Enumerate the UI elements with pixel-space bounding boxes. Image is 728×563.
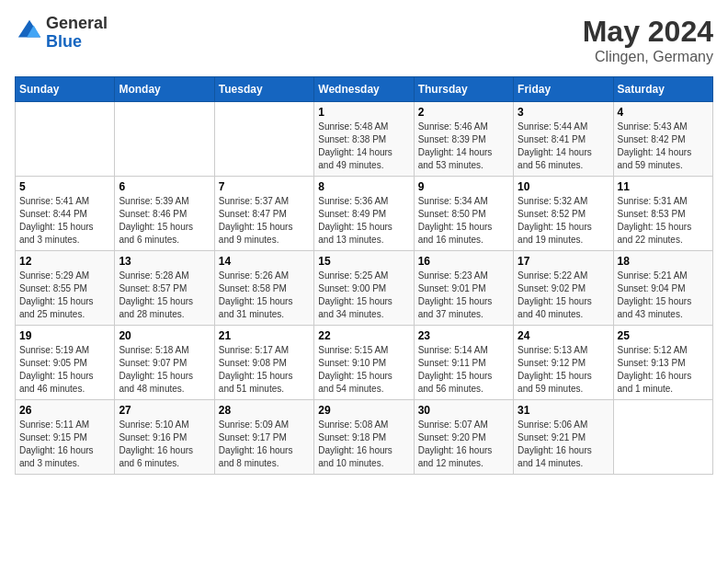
day-number: 12: [19, 255, 110, 268]
calendar-cell: 1Sunrise: 5:48 AMSunset: 8:38 PMDaylight…: [314, 102, 414, 177]
day-number: 27: [119, 404, 210, 417]
day-info: Sunrise: 5:41 AMSunset: 8:44 PMDaylight:…: [19, 195, 110, 247]
day-info: Sunrise: 5:06 AMSunset: 9:21 PMDaylight:…: [518, 419, 609, 470]
day-info: Sunrise: 5:36 AMSunset: 8:49 PMDaylight:…: [318, 195, 409, 247]
header-day-friday: Friday: [514, 77, 613, 102]
calendar-cell: [613, 400, 712, 475]
calendar-header-row: SundayMondayTuesdayWednesdayThursdayFrid…: [16, 77, 713, 102]
day-number: 22: [318, 329, 409, 342]
calendar-cell: 30Sunrise: 5:07 AMSunset: 9:20 PMDayligh…: [414, 400, 513, 475]
day-info: Sunrise: 5:07 AMSunset: 9:20 PMDaylight:…: [418, 419, 509, 470]
day-number: 9: [418, 180, 509, 193]
header-day-wednesday: Wednesday: [314, 77, 414, 102]
calendar-cell: 31Sunrise: 5:06 AMSunset: 9:21 PMDayligh…: [514, 400, 613, 475]
day-info: Sunrise: 5:48 AMSunset: 8:38 PMDaylight:…: [318, 121, 409, 172]
calendar-week-4: 19Sunrise: 5:19 AMSunset: 9:05 PMDayligh…: [16, 326, 713, 400]
day-info: Sunrise: 5:23 AMSunset: 9:01 PMDaylight:…: [418, 270, 509, 321]
calendar-cell: 21Sunrise: 5:17 AMSunset: 9:08 PMDayligh…: [214, 326, 313, 400]
calendar-cell: 5Sunrise: 5:41 AMSunset: 8:44 PMDaylight…: [16, 177, 115, 251]
calendar-cell: 24Sunrise: 5:13 AMSunset: 9:12 PMDayligh…: [514, 326, 613, 400]
calendar-cell: 22Sunrise: 5:15 AMSunset: 9:10 PMDayligh…: [314, 326, 414, 400]
day-number: 19: [19, 329, 110, 342]
calendar-cell: 18Sunrise: 5:21 AMSunset: 9:04 PMDayligh…: [613, 251, 712, 326]
calendar-cell: 23Sunrise: 5:14 AMSunset: 9:11 PMDayligh…: [414, 326, 513, 400]
day-info: Sunrise: 5:46 AMSunset: 8:39 PMDaylight:…: [418, 121, 509, 172]
day-number: 7: [219, 180, 310, 193]
day-info: Sunrise: 5:31 AMSunset: 8:53 PMDaylight:…: [618, 195, 709, 247]
header-day-tuesday: Tuesday: [214, 77, 313, 102]
calendar-cell: 11Sunrise: 5:31 AMSunset: 8:53 PMDayligh…: [613, 177, 712, 251]
day-info: Sunrise: 5:29 AMSunset: 8:55 PMDaylight:…: [19, 270, 110, 321]
day-number: 13: [119, 255, 210, 268]
day-number: 8: [318, 180, 409, 193]
day-info: Sunrise: 5:13 AMSunset: 9:12 PMDaylight:…: [518, 344, 609, 396]
day-number: 29: [318, 404, 409, 417]
calendar-cell: 28Sunrise: 5:09 AMSunset: 9:17 PMDayligh…: [214, 400, 313, 475]
logo: General Blue: [15, 15, 108, 52]
day-number: 24: [518, 329, 609, 342]
calendar-cell: 10Sunrise: 5:32 AMSunset: 8:52 PMDayligh…: [514, 177, 613, 251]
header-day-sunday: Sunday: [16, 77, 115, 102]
day-number: 5: [19, 180, 110, 193]
header-day-monday: Monday: [115, 77, 214, 102]
day-info: Sunrise: 5:19 AMSunset: 9:05 PMDaylight:…: [19, 344, 110, 396]
day-number: 3: [518, 106, 609, 119]
logo-blue: Blue: [46, 32, 82, 51]
calendar-cell: 4Sunrise: 5:43 AMSunset: 8:42 PMDaylight…: [613, 102, 712, 177]
calendar-cell: 20Sunrise: 5:18 AMSunset: 9:07 PMDayligh…: [115, 326, 214, 400]
day-info: Sunrise: 5:32 AMSunset: 8:52 PMDaylight:…: [518, 195, 609, 247]
day-number: 1: [318, 106, 409, 119]
day-info: Sunrise: 5:18 AMSunset: 9:07 PMDaylight:…: [119, 344, 210, 396]
day-number: 26: [19, 404, 110, 417]
calendar-cell: 16Sunrise: 5:23 AMSunset: 9:01 PMDayligh…: [414, 251, 513, 326]
calendar-cell: 14Sunrise: 5:26 AMSunset: 8:58 PMDayligh…: [214, 251, 313, 326]
day-info: Sunrise: 5:34 AMSunset: 8:50 PMDaylight:…: [418, 195, 509, 247]
calendar-cell: [214, 102, 313, 177]
day-number: 28: [219, 404, 310, 417]
header-day-thursday: Thursday: [414, 77, 513, 102]
calendar-cell: 19Sunrise: 5:19 AMSunset: 9:05 PMDayligh…: [16, 326, 115, 400]
calendar-week-5: 26Sunrise: 5:11 AMSunset: 9:15 PMDayligh…: [16, 400, 713, 475]
calendar-table: SundayMondayTuesdayWednesdayThursdayFrid…: [15, 76, 713, 475]
day-number: 14: [219, 255, 310, 268]
day-info: Sunrise: 5:37 AMSunset: 8:47 PMDaylight:…: [219, 195, 310, 247]
calendar-cell: 3Sunrise: 5:44 AMSunset: 8:41 PMDaylight…: [514, 102, 613, 177]
day-info: Sunrise: 5:11 AMSunset: 9:15 PMDaylight:…: [19, 419, 110, 470]
day-number: 4: [618, 106, 709, 119]
day-info: Sunrise: 5:14 AMSunset: 9:11 PMDaylight:…: [418, 344, 509, 396]
calendar-week-3: 12Sunrise: 5:29 AMSunset: 8:55 PMDayligh…: [16, 251, 713, 326]
calendar-cell: 12Sunrise: 5:29 AMSunset: 8:55 PMDayligh…: [16, 251, 115, 326]
day-info: Sunrise: 5:44 AMSunset: 8:41 PMDaylight:…: [518, 121, 609, 172]
logo-general: General: [46, 14, 108, 32]
calendar-cell: [16, 102, 115, 177]
calendar-cell: 7Sunrise: 5:37 AMSunset: 8:47 PMDaylight…: [214, 177, 313, 251]
day-number: 20: [119, 329, 210, 342]
day-number: 10: [518, 180, 609, 193]
calendar-cell: 15Sunrise: 5:25 AMSunset: 9:00 PMDayligh…: [314, 251, 414, 326]
day-info: Sunrise: 5:39 AMSunset: 8:46 PMDaylight:…: [119, 195, 210, 247]
title-block: May 2024 Clingen, Germany: [583, 15, 713, 65]
day-number: 31: [518, 404, 609, 417]
calendar-cell: 9Sunrise: 5:34 AMSunset: 8:50 PMDaylight…: [414, 177, 513, 251]
day-info: Sunrise: 5:26 AMSunset: 8:58 PMDaylight:…: [219, 270, 310, 321]
day-info: Sunrise: 5:08 AMSunset: 9:18 PMDaylight:…: [318, 419, 409, 470]
day-info: Sunrise: 5:43 AMSunset: 8:42 PMDaylight:…: [618, 121, 709, 172]
day-number: 21: [219, 329, 310, 342]
calendar-cell: 27Sunrise: 5:10 AMSunset: 9:16 PMDayligh…: [115, 400, 214, 475]
day-info: Sunrise: 5:12 AMSunset: 9:13 PMDaylight:…: [618, 344, 709, 396]
day-number: 23: [418, 329, 509, 342]
calendar-cell: 25Sunrise: 5:12 AMSunset: 9:13 PMDayligh…: [613, 326, 712, 400]
day-number: 17: [518, 255, 609, 268]
day-number: 6: [119, 180, 210, 193]
day-info: Sunrise: 5:10 AMSunset: 9:16 PMDaylight:…: [119, 419, 210, 470]
logo-icon: [17, 18, 42, 44]
day-number: 2: [418, 106, 509, 119]
calendar-cell: 29Sunrise: 5:08 AMSunset: 9:18 PMDayligh…: [314, 400, 414, 475]
calendar-cell: 26Sunrise: 5:11 AMSunset: 9:15 PMDayligh…: [16, 400, 115, 475]
day-number: 16: [418, 255, 509, 268]
month-title: May 2024: [583, 15, 713, 49]
day-number: 30: [418, 404, 509, 417]
day-info: Sunrise: 5:15 AMSunset: 9:10 PMDaylight:…: [318, 344, 409, 396]
calendar-cell: 13Sunrise: 5:28 AMSunset: 8:57 PMDayligh…: [115, 251, 214, 326]
calendar-cell: 17Sunrise: 5:22 AMSunset: 9:02 PMDayligh…: [514, 251, 613, 326]
